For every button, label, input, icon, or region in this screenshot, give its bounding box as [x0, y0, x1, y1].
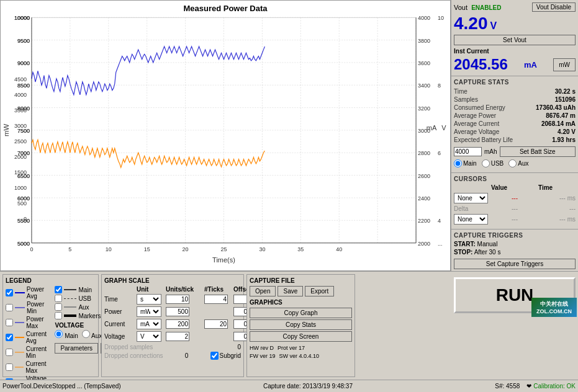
stats-table: Time30.22 s Samples151096 Consumed Energ… — [454, 87, 576, 144]
chart-title: Measured Power Data — [4, 4, 447, 13]
radio-aux[interactable]: Aux — [508, 159, 528, 167]
svg-text:10: 10 — [438, 15, 444, 21]
voltage-aux-radio[interactable]: Aux — [82, 330, 102, 339]
graph-scale-header: Unit Units/tick #Ticks Offset — [104, 286, 241, 293]
stop-trigger: STOP: After 30 s — [454, 249, 576, 256]
power-units-tick[interactable] — [166, 307, 189, 316]
table-row: Average Voltage4.20 V — [454, 128, 576, 136]
prot-ver: Prot ver 17 — [278, 345, 305, 351]
chart-area: Measured Power Data — [0, 0, 451, 271]
svg-text:2400: 2400 — [418, 195, 430, 202]
legend-main-check[interactable] — [55, 286, 62, 293]
chart-wrapper: 10000 9500 9000 8500 8000 7500 7000 6500… — [4, 14, 447, 265]
cursor1-select[interactable]: None — [454, 193, 488, 203]
legend-power-avg: Power Avg — [6, 286, 50, 300]
svg-text:10000: 10000 — [14, 15, 30, 21]
legend-columns: Power Avg Power Min Power Max — [6, 286, 96, 392]
svg-text:6: 6 — [438, 150, 441, 156]
legend-current-max: Current Max — [6, 360, 50, 374]
legend-main-line — [64, 289, 76, 290]
time-units-tick[interactable] — [166, 295, 189, 304]
legend-aux-line — [64, 306, 76, 308]
hw-fw-row: HW rev D Prot ver 17 — [250, 345, 352, 351]
export-button[interactable]: Export — [305, 286, 334, 296]
current-unit-select[interactable]: mA — [137, 319, 161, 329]
svg-text:9000: 9000 — [17, 60, 30, 66]
cursor1-row: None --- --- ms — [454, 193, 576, 203]
cursor2-select[interactable]: None — [454, 214, 488, 225]
status-right: S#: 4558 ❤ Calibration: OK — [495, 383, 576, 390]
serial-number: S#: 4558 — [495, 383, 520, 390]
voltage-unit-select[interactable]: V — [137, 331, 161, 342]
set-vout-button[interactable]: Set Vout — [454, 35, 576, 45]
cursors-section: CURSORS Value Time None --- --- ms Delta… — [451, 173, 578, 229]
legend-power-min-check[interactable] — [6, 304, 13, 311]
legend-power-max-check[interactable] — [6, 319, 13, 326]
gs-current-row: Current mA — [104, 319, 241, 329]
legend-current-min-check[interactable] — [6, 349, 13, 356]
vout-disable-button[interactable]: Vout Disable — [532, 2, 576, 12]
current-units-tick[interactable] — [166, 319, 189, 329]
subgrid-checkbox[interactable] — [210, 352, 219, 360]
copy-graph-button[interactable]: Copy Graph — [250, 308, 352, 318]
svg-text:3600: 3600 — [418, 60, 430, 66]
vout-row: Vout ENABLED Vout Disable — [454, 2, 576, 12]
radio-usb[interactable]: USB — [482, 159, 504, 167]
graph-scale-title: GRAPH SCALE — [104, 277, 241, 284]
table-row: Samples151096 — [454, 96, 576, 104]
legend-title: LEGEND — [6, 277, 96, 284]
inst-current-label: Inst Current — [454, 48, 576, 55]
current-ticks[interactable] — [204, 319, 228, 329]
voltage-units-tick[interactable] — [166, 332, 189, 341]
svg-text:4: 4 — [438, 218, 441, 224]
top-section: Measured Power Data — [0, 0, 578, 271]
mw-button[interactable]: mW — [553, 58, 576, 71]
legend-current-max-check[interactable] — [6, 363, 13, 371]
batt-input[interactable] — [454, 147, 482, 156]
open-button[interactable]: Open — [250, 286, 276, 296]
svg-text:20: 20 — [183, 246, 189, 252]
legend-power-avg-check[interactable] — [6, 289, 13, 296]
sw-ver: SW ver 4.0.4.10 — [279, 353, 320, 359]
current-unit: mA — [524, 60, 537, 69]
delta-row: Delta --- --- — [454, 205, 576, 212]
svg-text:5: 5 — [68, 246, 71, 252]
voltage-main-radio[interactable]: Main — [55, 330, 78, 339]
fw-ver: FW ver 19 — [250, 353, 276, 359]
start-trigger: START: Manual — [454, 241, 576, 247]
legend-markers-check[interactable] — [55, 312, 62, 319]
parameters-button[interactable]: Parameters — [55, 343, 98, 354]
svg-text:9500: 9500 — [17, 38, 30, 44]
dropped-samples-row: Dropped samples 0 — [104, 344, 241, 350]
cursor2-row: None --- --- ms — [454, 214, 576, 225]
legend-current-avg: Current Avg — [6, 331, 50, 344]
triggers-title: CAPTURE TRIGGERS — [454, 232, 576, 239]
legend-usb-check[interactable] — [55, 295, 62, 302]
run-section: RUN 中关村在线ZOL.COM.CN — [451, 272, 578, 318]
radio-main[interactable]: Main — [454, 159, 477, 167]
legend-current-max-line — [15, 367, 24, 368]
status-bar: PowerTool.DeviceStopped ... (TempSaved) … — [0, 380, 578, 392]
svg-text:mA: mA — [427, 124, 437, 131]
time-ticks[interactable] — [204, 295, 228, 304]
vout-label: Vout ENABLED — [454, 4, 502, 11]
copy-stats-button[interactable]: Copy Stats — [250, 319, 352, 330]
gs-voltage-row: Voltage V — [104, 331, 241, 342]
subgrid-checkbox-label[interactable]: Subgrid — [210, 352, 241, 360]
legend-current-avg-check[interactable] — [6, 334, 13, 341]
set-triggers-button[interactable]: Set Capture Triggers — [454, 259, 576, 269]
capture-stats-title: CAPTURE STATS — [454, 79, 576, 86]
svg-text:Time(s): Time(s) — [212, 256, 235, 264]
power-unit-select[interactable]: mW — [137, 306, 161, 317]
data-panel: CAPTURE FILE Open Save Export GRAPHICS C… — [246, 274, 355, 377]
save-button[interactable]: Save — [278, 286, 303, 296]
main-container: Measured Power Data — [0, 0, 578, 392]
set-batt-button[interactable]: Set Batt Size — [500, 146, 576, 157]
svg-text:2000: 2000 — [418, 241, 430, 247]
triggers-section: CAPTURE TRIGGERS START: Manual STOP: Aft… — [451, 229, 578, 272]
legend-aux-check[interactable] — [55, 303, 62, 311]
time-unit-select[interactable]: s — [137, 294, 161, 305]
copy-screen-button[interactable]: Copy Screen — [250, 331, 352, 342]
legend-power-min-line — [15, 307, 25, 308]
svg-text:35: 35 — [297, 246, 304, 252]
